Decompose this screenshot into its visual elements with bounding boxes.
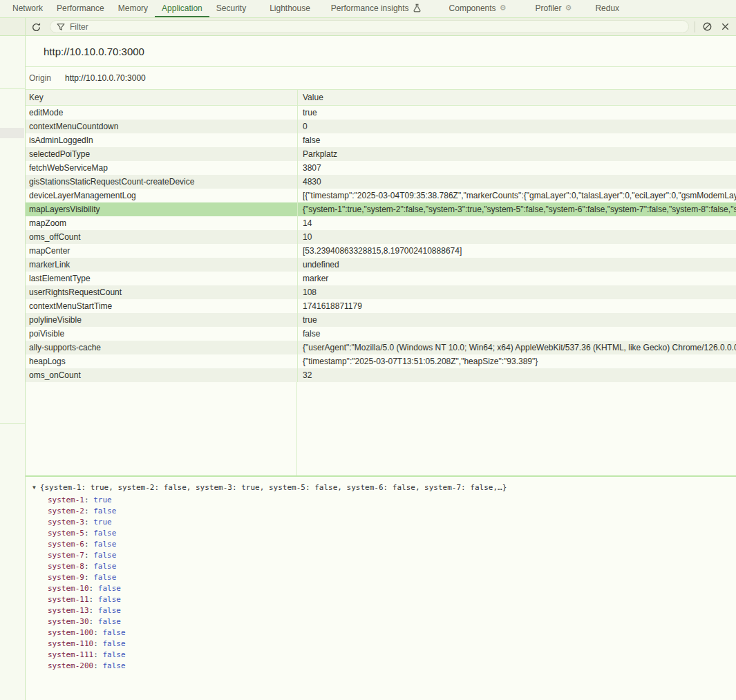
property-name: system-10 bbox=[48, 584, 98, 593]
row-value: 14 bbox=[297, 216, 736, 230]
tab-label: Security bbox=[216, 3, 246, 13]
tab-network[interactable]: Network bbox=[6, 0, 50, 17]
tab-label: Performance insights bbox=[331, 3, 409, 13]
row-key: mapZoom bbox=[26, 216, 297, 230]
table-row[interactable]: editModetrue bbox=[26, 106, 736, 120]
table-row[interactable]: ally-supports-cache{"userAgent":"Mozilla… bbox=[26, 341, 736, 354]
table-row[interactable]: selectedPoiTypeParkplatz bbox=[26, 147, 736, 161]
column-header-key[interactable]: Key bbox=[26, 93, 297, 102]
tab-label: Profiler bbox=[536, 3, 562, 13]
table-row[interactable]: fetchWebServiceMap3807 bbox=[26, 161, 736, 175]
row-key: deviceLayerManagementLog bbox=[26, 189, 297, 202]
table-row[interactable]: polylineVisibletrue bbox=[26, 313, 736, 327]
table-row[interactable]: mapCenter[53.23940863328815,8.1970024108… bbox=[26, 244, 736, 258]
column-header-value[interactable]: Value bbox=[297, 90, 736, 105]
row-key: userRightsRequestCount bbox=[26, 285, 297, 299]
tab-performance[interactable]: Performance bbox=[50, 0, 111, 17]
origin-label: Origin bbox=[29, 73, 51, 83]
row-key: oms_onCount bbox=[26, 368, 297, 382]
origin-row: Origin http://10.10.0.70:3000 bbox=[26, 67, 736, 90]
row-value: 108 bbox=[297, 285, 736, 299]
disclosure-triangle-icon[interactable]: ▼ bbox=[32, 482, 36, 493]
table-row[interactable]: contextMenuCountdown0 bbox=[26, 120, 736, 133]
key-value-table: editModetruecontextMenuCountdown0isAdmin… bbox=[26, 106, 736, 382]
tab-performance-insights[interactable]: Performance insights bbox=[324, 0, 428, 17]
property-value: false bbox=[98, 617, 121, 626]
property-value: false bbox=[98, 584, 121, 593]
tab-security[interactable]: Security bbox=[209, 0, 253, 17]
property-value: false bbox=[102, 628, 125, 637]
row-key: contextMenuCountdown bbox=[26, 120, 297, 133]
tab-components[interactable]: Components⚙ bbox=[442, 0, 513, 17]
object-property: system-6false bbox=[26, 539, 736, 550]
table-row[interactable]: isAdminLoggedInfalse bbox=[26, 133, 736, 147]
tab-label: Application bbox=[162, 3, 202, 13]
table-row[interactable]: deviceLayerManagementLog[{"timestamp":"2… bbox=[26, 189, 736, 202]
tab-application[interactable]: Application bbox=[155, 0, 209, 17]
storage-toolbar bbox=[0, 18, 736, 36]
close-icon bbox=[721, 22, 730, 31]
tab-label: Memory bbox=[118, 3, 148, 13]
property-name: system-6 bbox=[48, 540, 93, 549]
table-row[interactable]: oms_onCount32 bbox=[26, 368, 736, 382]
row-key: oms_offCount bbox=[26, 230, 297, 244]
table-row[interactable]: markerLinkundefined bbox=[26, 258, 736, 272]
tab-redux[interactable]: Redux bbox=[588, 0, 626, 17]
tab-profiler[interactable]: Profiler⚙ bbox=[529, 0, 579, 17]
table-row[interactable]: contextMenuStartTime1741618871179 bbox=[26, 299, 736, 313]
table-row[interactable]: poiVisiblefalse bbox=[26, 327, 736, 341]
table-header: Key Value bbox=[26, 90, 736, 106]
object-property: system-9false bbox=[26, 572, 736, 583]
filter-input[interactable] bbox=[70, 22, 682, 32]
row-value: {"userAgent":"Mozilla/5.0 (Windows NT 10… bbox=[297, 341, 736, 354]
refresh-button[interactable] bbox=[30, 21, 42, 33]
funnel-icon bbox=[57, 23, 65, 31]
sidebar-selected-item[interactable] bbox=[0, 128, 24, 138]
row-key: lastElementType bbox=[26, 272, 297, 285]
table-row[interactable]: oms_offCount10 bbox=[26, 230, 736, 244]
tab-lighthouse[interactable]: Lighthouse bbox=[263, 0, 317, 17]
clear-storage-button[interactable] bbox=[701, 21, 713, 33]
property-name: system-8 bbox=[48, 562, 93, 571]
row-value: 4830 bbox=[297, 175, 736, 189]
table-row[interactable]: lastElementTypemarker bbox=[26, 272, 736, 285]
property-name: system-9 bbox=[48, 573, 93, 582]
property-value: false bbox=[93, 562, 116, 571]
property-value: false bbox=[93, 540, 116, 549]
property-name: system-30 bbox=[48, 617, 98, 626]
sidebar-divider bbox=[0, 88, 25, 89]
row-key: heapLogs bbox=[26, 354, 297, 368]
property-name: system-7 bbox=[48, 551, 93, 560]
row-value: {"system-1":true,"system-2":false,"syste… bbox=[297, 202, 736, 216]
tab-memory[interactable]: Memory bbox=[111, 0, 155, 17]
gear-icon: ⚙ bbox=[500, 4, 507, 12]
tab-label: Network bbox=[12, 3, 43, 13]
table-row[interactable]: mapLayersVisibility{"system-1":true,"sys… bbox=[26, 202, 736, 216]
table-row[interactable]: gisStationsStaticRequestCount-createDevi… bbox=[26, 175, 736, 189]
object-property: system-1true bbox=[26, 495, 736, 506]
property-value: false bbox=[102, 650, 125, 659]
local-storage-view: http://10.10.0.70:3000 Origin http://10.… bbox=[26, 36, 736, 700]
storage-sidebar-sliver bbox=[0, 36, 26, 700]
property-value: false bbox=[102, 639, 125, 648]
object-property: system-7false bbox=[26, 550, 736, 561]
object-property: system-110false bbox=[26, 638, 736, 650]
property-value: false bbox=[93, 507, 116, 515]
delete-selected-button[interactable] bbox=[719, 21, 731, 33]
row-value: 3807 bbox=[297, 161, 736, 175]
table-row[interactable]: heapLogs{"timestamp":"2025-03-07T13:51:0… bbox=[26, 354, 736, 368]
row-value: {"timestamp":"2025-03-07T13:51:05.208Z",… bbox=[297, 354, 736, 368]
table-row[interactable]: userRightsRequestCount108 bbox=[26, 285, 736, 299]
object-property: system-3true bbox=[26, 517, 736, 528]
object-property: system-5false bbox=[26, 528, 736, 539]
property-value: false bbox=[98, 606, 121, 615]
property-name: system-13 bbox=[48, 606, 98, 615]
property-value: false bbox=[93, 529, 116, 538]
circle-slash-icon bbox=[702, 21, 713, 32]
row-value: false bbox=[297, 133, 736, 147]
row-value: undefined bbox=[297, 258, 736, 272]
property-name: system-5 bbox=[48, 529, 93, 538]
property-name: system-200 bbox=[48, 661, 102, 670]
object-property: system-111false bbox=[26, 650, 736, 661]
table-row[interactable]: mapZoom14 bbox=[26, 216, 736, 230]
